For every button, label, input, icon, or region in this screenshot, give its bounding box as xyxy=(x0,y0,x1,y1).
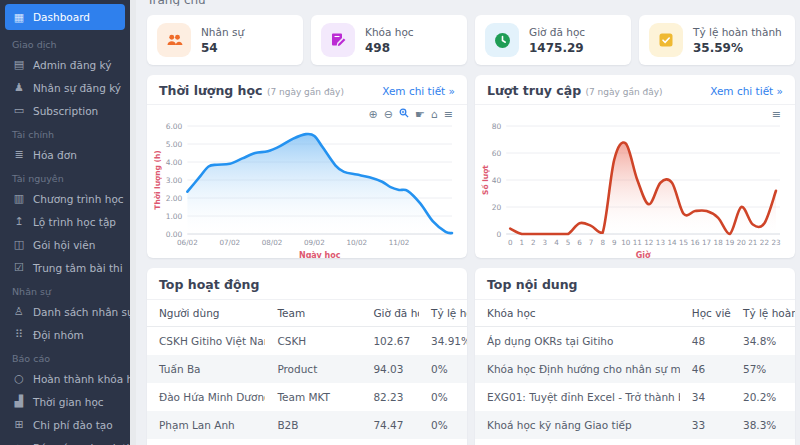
sidebar-item[interactable]: ▥ Chương trình học xyxy=(0,187,130,210)
svg-text:4: 4 xyxy=(554,238,559,247)
course-edit-icon xyxy=(321,23,355,57)
sidebar-item[interactable]: ◫ Gói hội viên xyxy=(0,233,130,256)
clock-icon xyxy=(485,23,519,57)
sidebar-item[interactable]: ⊞ Chi phí đào tạo xyxy=(0,413,130,436)
chart0-canvas: 0.001.002.003.004.005.006.0006/0207/0208… xyxy=(153,121,458,258)
admin-register-icon: ▤ xyxy=(12,58,26,71)
stat-card-staff: Nhân sự 54 xyxy=(147,15,303,65)
sidebar-item[interactable]: ▭ Subscription xyxy=(0,99,130,122)
sidebar-item[interactable]: ↥ Lộ trình học tập xyxy=(0,210,130,233)
svg-text:80: 80 xyxy=(492,122,502,131)
svg-text:Thời lượng (h): Thời lượng (h) xyxy=(153,150,162,209)
sidebar-item[interactable]: ☑ Trung tâm bài thi xyxy=(0,256,130,279)
sidebar-item-label: Admin đăng ký xyxy=(33,59,111,71)
sidebar-item-label: Subscription xyxy=(33,105,98,117)
sidebar-section-label: Nhân sự xyxy=(0,279,130,300)
svg-text:2.00: 2.00 xyxy=(166,194,183,203)
top-content-card: Top nội dung Khóa học Học viên Tỷ lệ hoà… xyxy=(475,268,795,445)
col-header: Khóa học xyxy=(475,300,680,327)
table-row: Khóa học Định hướng cho nhân sự mới 46 5… xyxy=(475,355,795,383)
cell-course: Khoá học kỹ năng Giao tiếp xyxy=(475,411,680,439)
sidebar-item[interactable]: ≣ Hóa đơn xyxy=(0,143,130,166)
svg-text:17: 17 xyxy=(702,238,711,247)
stat-value: 1475.29 xyxy=(529,41,585,55)
membership-package-icon: ◫ xyxy=(12,238,26,251)
sidebar-item-label: Nhân sự đăng ký xyxy=(33,82,121,94)
svg-text:07/02: 07/02 xyxy=(219,238,240,247)
cell-course: Đào tạo Sản phẩm - nhóm Kế toán xyxy=(475,439,680,445)
sidebar: ▦ Dashboard Giao dịch ▤ Admin đăng ký ♟ … xyxy=(0,0,130,445)
sidebar-section-label: Tài nguyên xyxy=(0,166,130,187)
sidebar-item-label: Báo cáo subscription xyxy=(33,442,130,445)
cell-rate: 0% xyxy=(419,383,467,411)
cell-students: 46 xyxy=(680,355,731,383)
svg-text:Ngày học: Ngày học xyxy=(299,251,341,258)
cell-team: Team 2, Team MKT, Creative xyxy=(265,439,361,445)
pan-icon[interactable]: ☛ xyxy=(415,109,425,120)
sidebar-item-label: Gói hội viên xyxy=(33,239,95,251)
sidebar-item[interactable]: ▟ Thời gian học xyxy=(0,390,130,413)
cell-students: 34 xyxy=(680,383,731,411)
table-row: CSKH Gitiho Việt Nam CSKH 102.67 34.91% xyxy=(147,327,467,356)
sidebar-item[interactable]: ♙ Danh sách nhân sự xyxy=(0,300,130,323)
sidebar-item-label: Thời gian học xyxy=(33,396,104,408)
stat-label: Giờ đã học xyxy=(529,25,585,40)
sidebar-item[interactable]: ○ Hoàn thành khóa học xyxy=(0,367,130,390)
tables-row: Top hoạt động Người dùng Team Giờ đã học… xyxy=(147,268,795,445)
view-detail-link[interactable]: Xem chi tiết » xyxy=(710,85,783,97)
cell-rate: 20.2% xyxy=(731,383,795,411)
sidebar-item-label: Trung tâm bài thi xyxy=(33,262,123,274)
table-row: Bùi Huy Thành Team 2, Team MKT, Creative… xyxy=(147,439,467,445)
selection-zoom-icon[interactable] xyxy=(399,108,409,120)
sidebar-section-label: Giao dịch xyxy=(0,32,130,53)
home-icon[interactable]: ⌂ xyxy=(431,109,438,120)
zoom-out-icon[interactable]: ⊖ xyxy=(384,109,393,120)
svg-text:3.00: 3.00 xyxy=(166,176,183,185)
svg-text:3: 3 xyxy=(543,238,548,247)
svg-text:12: 12 xyxy=(644,238,653,247)
zoom-in-icon[interactable]: ⊕ xyxy=(368,109,377,120)
svg-text:23: 23 xyxy=(771,238,780,247)
svg-text:60: 60 xyxy=(492,149,502,158)
chart-toolbar: ≡ xyxy=(481,107,787,121)
svg-text:10: 10 xyxy=(621,238,631,247)
col-header: Team xyxy=(265,300,361,327)
sidebar-item[interactable]: ♟ Nhân sự đăng ký xyxy=(0,76,130,99)
sidebar-item[interactable]: ▦ Dashboard xyxy=(5,4,125,30)
cell-students: 30 xyxy=(680,439,731,445)
subscription-icon: ▭ xyxy=(12,104,26,117)
cell-rate: 34.91% xyxy=(419,327,467,356)
svg-text:15: 15 xyxy=(679,238,688,247)
chart-title: Lượt truy cập (7 ngày gần đây) xyxy=(487,83,663,98)
chart-menu-icon[interactable]: ≡ xyxy=(772,109,781,120)
staff-list-icon: ♙ xyxy=(12,305,26,318)
table-row: Tuấn Ba Product 94.03 0% xyxy=(147,355,467,383)
chart-menu-icon[interactable]: ≡ xyxy=(444,109,453,120)
sidebar-item-label: Chương trình học xyxy=(33,193,124,205)
chart-title: Thời lượng học (7 ngày gần đây) xyxy=(159,83,344,98)
stat-card-hours: Giờ đã học 1475.29 xyxy=(475,15,631,65)
cell-team: Product xyxy=(265,355,361,383)
study-duration-chart: 0.001.002.003.004.005.006.0006/0207/0208… xyxy=(153,121,458,258)
stat-value: 54 xyxy=(201,41,244,55)
cell-team: B2B xyxy=(265,411,361,439)
team-icon: ⠿ xyxy=(12,328,26,341)
cell-students: 48 xyxy=(680,327,731,356)
cell-rate: 57% xyxy=(731,355,795,383)
sidebar-item[interactable]: ▤ Admin đăng ký xyxy=(0,53,130,76)
cell-rate: 0% xyxy=(419,411,467,439)
sidebar-item-label: Hoàn thành khóa học xyxy=(33,373,130,385)
col-header: Giờ đã học xyxy=(361,300,419,327)
stat-label: Khóa học xyxy=(365,25,414,40)
sidebar-item[interactable]: ∿ Báo cáo subscription xyxy=(0,436,130,445)
table-row: Khoá học kỹ năng Giao tiếp 33 38.3% xyxy=(475,411,795,439)
table-row: Phạm Lan Anh B2B 74.47 0% xyxy=(147,411,467,439)
user-register-icon: ♟ xyxy=(12,81,26,94)
svg-text:14: 14 xyxy=(667,238,677,247)
stat-card-courses: Khóa học 498 xyxy=(311,15,467,65)
svg-text:06/02: 06/02 xyxy=(177,238,198,247)
chart-toolbar: ⊕ ⊖ ☛ ⌂ ≡ xyxy=(153,107,459,121)
view-detail-link[interactable]: Xem chi tiết » xyxy=(382,85,455,97)
sidebar-item[interactable]: ⠿ Đội nhóm xyxy=(0,323,130,346)
sidebar-item-label: Chi phí đào tạo xyxy=(33,419,113,431)
